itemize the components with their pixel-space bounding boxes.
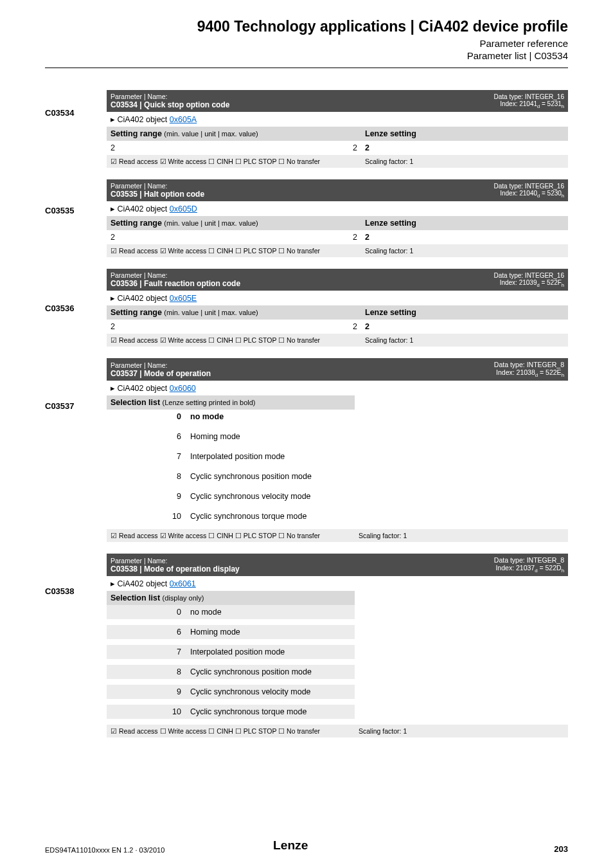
selection-index: 7 [107, 449, 186, 464]
header-rule [45, 68, 568, 68]
footer-page-number: 203 [554, 844, 568, 854]
param-name: C03534 | Quick stop option code [111, 100, 229, 109]
param-code: C03536 [45, 303, 75, 313]
cia-prefix: CiA402 object [117, 115, 169, 124]
selection-index: 10 [107, 509, 186, 523]
scaling-factor: Scaling factor: 1 [361, 244, 568, 257]
arrow-icon: ▸ [111, 579, 117, 588]
selection-spacer [355, 509, 568, 523]
param-name-prefix: Parameter | Name: [111, 182, 168, 190]
data-type: Data type: INTEGER_8 [494, 556, 564, 564]
param-name: C03538 | Mode of operation display [111, 565, 240, 574]
selection-spacer [355, 489, 568, 503]
index-value: Index: 21040d = 5230h [500, 190, 564, 197]
selection-label: Cyclic synchronous position mode [186, 469, 355, 484]
param-name-prefix: Parameter | Name: [111, 557, 168, 565]
selection-spacer [355, 665, 568, 679]
setting-range-unit: (min. value | unit | max. value) [164, 309, 258, 316]
lenze-setting-value: 2 [361, 141, 568, 155]
cia-prefix: CiA402 object [117, 204, 169, 213]
selection-spacer [355, 410, 568, 424]
doc-title: 9400 Technology applications | CiA402 de… [45, 18, 568, 35]
cia-prefix: CiA402 object [117, 294, 169, 303]
index-value: Index: 21038d = 522Eh [496, 368, 564, 376]
selection-index: 8 [107, 469, 186, 484]
doc-sub2: Parameter list | C03534 [45, 50, 568, 61]
cia-prefix: CiA402 object [117, 384, 169, 393]
selection-label: Cyclic synchronous position mode [186, 665, 355, 679]
data-type: Data type: INTEGER_16 [494, 93, 565, 100]
cia-object-link[interactable]: 0x6060 [170, 384, 196, 393]
selection-spacer [355, 469, 568, 484]
lenze-setting-label: Lenze setting [361, 305, 568, 320]
lenze-setting-label: Lenze setting [361, 127, 568, 141]
min-value: 2 [107, 141, 140, 155]
selection-index: 8 [107, 665, 186, 679]
data-type: Data type: INTEGER_8 [494, 361, 564, 368]
access-flags: ☑ Read access ☑ Write access ☐ CINH ☐ PL… [111, 532, 320, 539]
max-value: 2 [276, 230, 361, 244]
max-value: 2 [276, 320, 361, 334]
selection-label: Homing mode [186, 429, 355, 444]
selection-index: 0 [107, 605, 186, 619]
selection-list-label: Selection list [111, 593, 160, 602]
arrow-icon: ▸ [111, 294, 117, 303]
lenze-setting-value: 2 [361, 320, 568, 334]
lenze-logo: Lenze [273, 836, 340, 856]
setting-range-unit: (min. value | unit | max. value) [164, 130, 258, 138]
selection-index: 7 [107, 645, 186, 659]
data-type: Data type: INTEGER_16 [494, 183, 565, 190]
setting-range-label: Setting range [111, 308, 162, 317]
selection-spacer [355, 685, 568, 699]
param-code: C03535 [45, 206, 75, 215]
cia-object-link[interactable]: 0x605E [170, 294, 197, 303]
scaling-factor: Scaling factor: 1 [355, 725, 568, 737]
selection-list-note: (Lenze setting printed in bold) [163, 399, 256, 406]
selection-label: no mode [186, 605, 355, 619]
param-name-prefix: Parameter | Name: [111, 361, 168, 369]
index-value: Index: 21041d = 5231h [500, 100, 564, 107]
scaling-factor: Scaling factor: 1 [361, 155, 568, 168]
cia-prefix: CiA402 object [117, 579, 169, 588]
index-value: Index: 21039d = 522Fh [500, 279, 564, 286]
selection-label: Cyclic synchronous velocity mode [186, 489, 355, 503]
access-flags: ☑ Read access ☑ Write access ☐ CINH ☐ PL… [111, 158, 320, 165]
max-value: 2 [276, 141, 361, 155]
data-type: Data type: INTEGER_16 [494, 272, 565, 279]
selection-label: Cyclic synchronous torque mode [186, 509, 355, 523]
lenze-setting-label: Lenze setting [361, 216, 568, 230]
param-name-prefix: Parameter | Name: [111, 271, 168, 279]
selection-spacer [355, 705, 568, 719]
param-name-prefix: Parameter | Name: [111, 93, 168, 100]
setting-range-label: Setting range [111, 129, 162, 138]
arrow-icon: ▸ [111, 115, 117, 124]
selection-label: Cyclic synchronous velocity mode [186, 685, 355, 699]
access-flags: ☑ Read access ☑ Write access ☐ CINH ☐ PL… [111, 247, 320, 255]
param-name: C03536 | Fault reaction option code [111, 279, 240, 288]
arrow-icon: ▸ [111, 204, 117, 213]
selection-list-label: Selection list [111, 398, 160, 407]
cia-object-link[interactable]: 0x605A [170, 115, 197, 124]
param-code: C03538 [45, 586, 75, 596]
selection-label: Homing mode [186, 625, 355, 639]
lenze-setting-value: 2 [361, 230, 568, 244]
setting-range-unit: (min. value | unit | max. value) [164, 219, 258, 227]
selection-spacer [355, 429, 568, 444]
selection-spacer [355, 605, 568, 619]
page-header: 9400 Technology applications | CiA402 de… [45, 18, 568, 68]
param-name: C03537 | Mode of operation [111, 369, 211, 378]
param-code: C03537 [45, 401, 75, 411]
index-value: Index: 21037d = 522Dh [495, 564, 564, 572]
param-code: C03534 [45, 108, 75, 118]
selection-label: no mode [186, 410, 355, 424]
access-flags: ☑ Read access ☐ Write access ☐ CINH ☐ PL… [111, 727, 320, 735]
selection-index: 10 [107, 705, 186, 719]
scaling-factor: Scaling factor: 1 [355, 529, 568, 542]
cia-object-link[interactable]: 0x605D [170, 204, 197, 213]
cia-object-link[interactable]: 0x6061 [170, 579, 196, 588]
selection-spacer [355, 645, 568, 659]
min-value: 2 [107, 230, 140, 244]
selection-index: 9 [107, 489, 186, 503]
footer-left: EDS94TA11010xxxx EN 1.2 · 03/2010 [45, 846, 164, 854]
selection-index: 6 [107, 429, 186, 444]
